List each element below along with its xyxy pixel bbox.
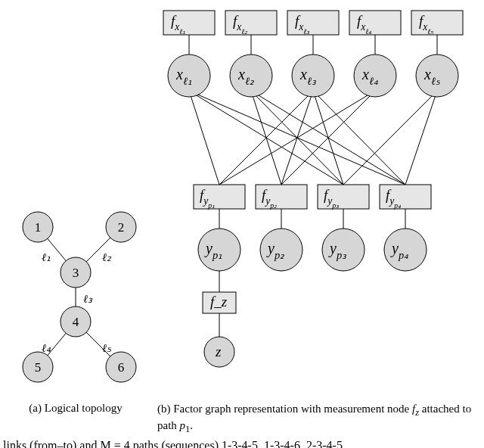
- topo-node-2-label: 2: [118, 220, 125, 235]
- edge-x5-fy4: [405, 91, 437, 185]
- edge-x4-fy2: [281, 91, 375, 185]
- link-label-l2: ℓ₂: [102, 251, 112, 263]
- edge-x3-fy4: [313, 91, 405, 185]
- topo-node-5-label: 5: [35, 360, 42, 375]
- edge-x3-fy1: [219, 91, 313, 185]
- edge-x1-fy1: [189, 91, 219, 185]
- var-z-label: z: [215, 344, 222, 359]
- topology-svg: ℓ₁ ℓ₂ ℓ₃ ℓ₄ ℓ₅ 1 2 3 4 5 6: [0, 0, 151, 394]
- factor-graph-svg: fxℓ₁fxℓ₂fxℓ₃fxℓ₄fxℓ₅xℓ₁xℓ₂xℓ₃xℓ₄xℓ₅fyp₁f…: [151, 0, 484, 394]
- link-label-l3: ℓ₃: [83, 293, 93, 305]
- factor-z-label: f_z: [210, 294, 228, 310]
- topo-node-6-label: 6: [118, 360, 125, 375]
- topo-node-4-label: 4: [73, 315, 79, 329]
- link-label-l4: ℓ₄: [42, 342, 51, 354]
- topo-node-1-label: 1: [35, 220, 42, 235]
- edge-x4-fy1: [219, 91, 375, 185]
- edge-x5-fy3: [343, 91, 437, 185]
- caption-a: (a) Logical topology: [0, 402, 154, 427]
- topo-node-3-label: 3: [73, 266, 79, 280]
- link-label-l5: ℓ₅: [102, 342, 112, 354]
- footer-fragment: links (from–to) and M = 4 paths (sequenc…: [0, 439, 484, 448]
- link-label-l1: ℓ₁: [42, 251, 51, 263]
